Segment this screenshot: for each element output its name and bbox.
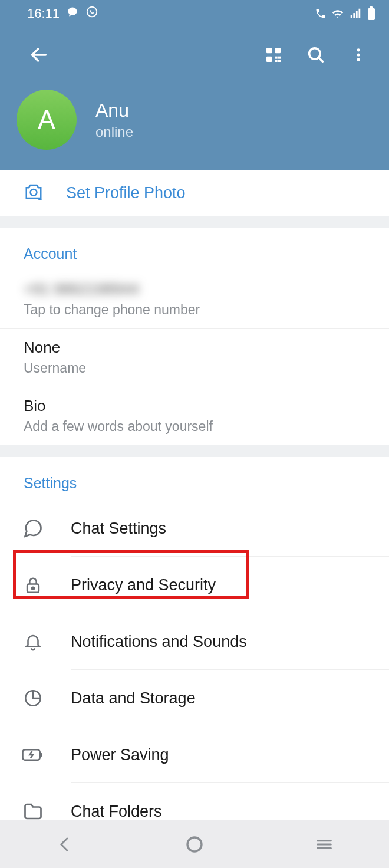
whatsapp-icon: [85, 5, 98, 22]
settings-item-label: Chat Settings: [71, 520, 376, 538]
battery-charging-icon: [21, 743, 45, 767]
svg-rect-13: [275, 60, 278, 62]
svg-rect-3: [356, 11, 358, 18]
username-row[interactable]: None Username: [0, 329, 389, 387]
nav-recents-button[interactable]: [289, 827, 360, 862]
settings-item-label: Chat Folders: [71, 803, 376, 821]
profile-info: Anu online: [95, 100, 133, 140]
wifi-icon: [331, 7, 344, 20]
battery-icon: [367, 6, 376, 21]
settings-item-power-saving[interactable]: Power Saving: [0, 726, 389, 783]
svg-line-16: [319, 58, 323, 62]
settings-item-data-storage[interactable]: Data and Storage: [0, 670, 389, 726]
account-title: Account: [0, 228, 389, 271]
profile-header: A Anu online: [0, 83, 389, 170]
back-button[interactable]: [18, 34, 60, 76]
settings-item-label: Power Saving: [71, 746, 376, 764]
svg-rect-4: [359, 9, 361, 18]
phone-value: +91 9862198944: [24, 280, 165, 298]
account-section: Account +91 9862198944 Tap to change pho…: [0, 228, 389, 445]
svg-rect-2: [353, 13, 355, 18]
svg-rect-1: [351, 15, 352, 18]
nav-home-button[interactable]: [159, 827, 230, 862]
system-nav-bar: [0, 820, 389, 868]
bio-sub: Add a few words about yourself: [24, 419, 365, 435]
svg-point-29: [187, 837, 202, 851]
bell-icon: [21, 630, 45, 653]
settings-item-label: Privacy and Security: [71, 576, 376, 594]
more-button[interactable]: [337, 34, 380, 76]
svg-point-19: [357, 58, 360, 61]
status-bar: 16:11: [0, 0, 389, 27]
chat-icon: [21, 517, 45, 540]
svg-rect-8: [266, 48, 272, 53]
settings-item-privacy-security[interactable]: Privacy and Security: [0, 557, 389, 613]
svg-point-17: [357, 48, 360, 51]
status-time: 16:11: [27, 6, 60, 21]
svg-rect-11: [275, 57, 278, 59]
username-value: None: [24, 338, 365, 357]
app-bar: [0, 27, 389, 83]
bio-row[interactable]: Bio Add a few words about yourself: [0, 387, 389, 445]
camera-icon: [24, 183, 44, 203]
set-profile-photo-row[interactable]: Set Profile Photo: [0, 170, 389, 216]
settings-item-label: Data and Storage: [71, 689, 376, 708]
bio-value: Bio: [24, 397, 365, 415]
nav-back-button[interactable]: [29, 827, 100, 862]
svg-rect-5: [368, 8, 375, 20]
phone-sub: Tap to change phone number: [24, 302, 365, 318]
settings-item-notifications[interactable]: Notifications and Sounds: [0, 613, 389, 670]
profile-status: online: [95, 124, 133, 140]
avatar[interactable]: A: [17, 90, 77, 150]
set-photo-label: Set Profile Photo: [66, 184, 186, 202]
search-button[interactable]: [295, 34, 337, 76]
qr-code-button[interactable]: [252, 34, 295, 76]
lock-icon: [21, 573, 45, 597]
svg-point-24: [32, 587, 34, 590]
svg-point-18: [357, 53, 360, 56]
phone-row[interactable]: +91 9862198944 Tap to change phone numbe…: [0, 271, 389, 329]
svg-point-0: [87, 7, 97, 17]
settings-item-chat-settings[interactable]: Chat Settings: [0, 500, 389, 557]
pie-chart-icon: [21, 686, 45, 710]
status-right: [315, 6, 376, 21]
username-sub: Username: [24, 360, 365, 376]
profile-name: Anu: [95, 100, 133, 121]
svg-rect-12: [278, 57, 281, 59]
svg-rect-6: [370, 6, 373, 8]
call-icon: [315, 8, 327, 19]
chat-bubble-icon: [67, 6, 78, 21]
settings-section: Settings Chat Settings Privacy and Secur…: [0, 457, 389, 868]
svg-rect-10: [266, 57, 272, 62]
signal-icon: [349, 7, 362, 20]
svg-point-20: [31, 189, 37, 196]
svg-rect-14: [278, 60, 281, 62]
status-left: 16:11: [27, 5, 98, 22]
settings-title: Settings: [0, 457, 389, 500]
svg-rect-9: [275, 48, 281, 53]
settings-item-label: Notifications and Sounds: [71, 633, 376, 651]
